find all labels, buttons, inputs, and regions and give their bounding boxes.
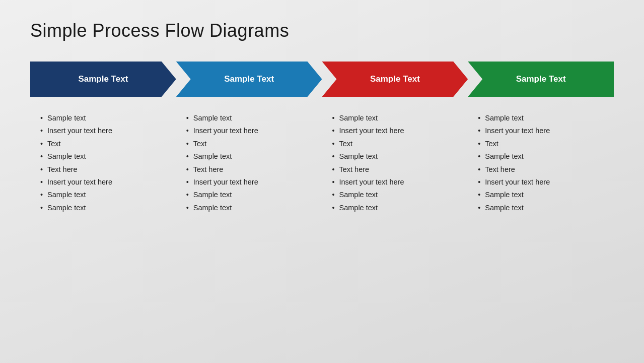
arrow-shape-1[interactable]: Sample Text xyxy=(30,62,176,97)
list-item: Text xyxy=(478,138,609,150)
list-item: Text here xyxy=(478,163,609,176)
arrow-container-2: Sample Text xyxy=(176,62,322,97)
bullet-list-1: Sample textInsert your text hereTextSamp… xyxy=(40,112,171,214)
arrow-shape-4[interactable]: Sample Text xyxy=(468,62,614,97)
list-item: Sample text xyxy=(478,112,609,125)
list-item: Text here xyxy=(186,163,317,176)
list-item: Sample text xyxy=(186,112,317,125)
list-item: Insert your text here xyxy=(332,125,463,137)
arrow-container-4: Sample Text xyxy=(468,62,614,97)
list-item: Sample text xyxy=(332,189,463,201)
list-item: Sample text xyxy=(40,112,171,125)
list-item: Insert your text here xyxy=(478,176,609,189)
list-item: Sample text xyxy=(478,189,609,201)
arrow-row: Sample TextSample TextSample TextSample … xyxy=(30,62,614,97)
list-item: Sample text xyxy=(186,150,317,163)
list-item: Text here xyxy=(332,163,463,176)
arrow-container-3: Sample Text xyxy=(322,62,468,97)
list-item: Sample text xyxy=(332,150,463,163)
list-item: Insert your text here xyxy=(186,176,317,189)
slide: Simple Process Flow Diagrams Sample Text… xyxy=(0,0,644,363)
list-item: Sample text xyxy=(186,189,317,201)
bullet-list-4: Sample textInsert your text hereTextSamp… xyxy=(478,112,609,214)
list-item: Insert your text here xyxy=(332,176,463,189)
bullet-list-2: Sample textInsert your text hereTextSamp… xyxy=(186,112,317,214)
list-item: Sample text xyxy=(332,112,463,125)
list-item: Sample text xyxy=(332,202,463,214)
content-col-1: Sample textInsert your text hereTextSamp… xyxy=(30,112,176,343)
arrow-container-1: Sample Text xyxy=(30,62,176,97)
content-col-2: Sample textInsert your text hereTextSamp… xyxy=(176,112,322,343)
bullet-list-3: Sample textInsert your text hereTextSamp… xyxy=(332,112,463,214)
arrow-shape-3[interactable]: Sample Text xyxy=(322,62,468,97)
list-item: Text xyxy=(332,138,463,150)
content-col-4: Sample textInsert your text hereTextSamp… xyxy=(468,112,614,343)
list-item: Sample text xyxy=(40,189,171,201)
content-col-3: Sample textInsert your text hereTextSamp… xyxy=(322,112,468,343)
list-item: Sample text xyxy=(40,202,171,214)
list-item: Sample text xyxy=(186,202,317,214)
list-item: Insert your text here xyxy=(40,176,171,189)
list-item: Text xyxy=(186,138,317,150)
list-item: Sample text xyxy=(40,150,171,163)
arrow-shape-2[interactable]: Sample Text xyxy=(176,62,322,97)
list-item: Text xyxy=(40,138,171,150)
list-item: Insert your text here xyxy=(186,125,317,137)
list-item: Sample text xyxy=(478,202,609,214)
list-item: Insert your text here xyxy=(478,125,609,137)
list-item: Text here xyxy=(40,163,171,176)
slide-title: Simple Process Flow Diagrams xyxy=(30,20,614,41)
content-row: Sample textInsert your text hereTextSamp… xyxy=(30,112,614,343)
list-item: Sample text xyxy=(478,150,609,163)
list-item: Insert your text here xyxy=(40,125,171,137)
